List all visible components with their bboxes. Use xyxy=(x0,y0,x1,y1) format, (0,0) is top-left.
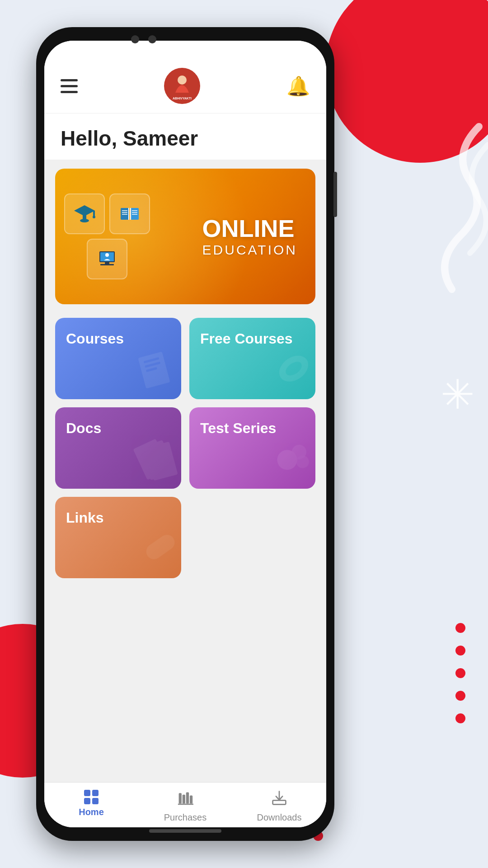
nav-downloads-item[interactable]: Downloads xyxy=(232,790,326,823)
greeting-section: Hello, Sameer xyxy=(44,113,326,160)
test-series-card-icon xyxy=(263,428,315,489)
nav-downloads-label: Downloads xyxy=(257,812,302,823)
phone-camera xyxy=(131,35,156,43)
nav-home-item[interactable]: Home xyxy=(44,790,138,823)
snowflake-decoration: ✳ xyxy=(441,371,474,418)
svg-rect-42 xyxy=(273,800,286,804)
svg-rect-6 xyxy=(93,211,95,216)
svg-rect-39 xyxy=(186,792,189,803)
test-series-card-label: Test Series xyxy=(200,420,305,437)
nav-purchases-label: Purchases xyxy=(164,812,207,823)
bg-swirl-decoration xyxy=(416,118,488,298)
links-card-label: Links xyxy=(66,509,170,526)
svg-rect-8 xyxy=(121,208,129,220)
downloads-icon xyxy=(271,790,287,810)
courses-card[interactable]: Courses xyxy=(55,318,181,399)
promo-banner: ONLINE EDUCATION xyxy=(55,169,315,304)
svg-rect-21 xyxy=(105,262,109,264)
svg-rect-22 xyxy=(100,264,114,265)
links-card-icon xyxy=(129,517,181,578)
nav-purchases-item[interactable]: Purchases xyxy=(138,790,232,823)
svg-rect-41 xyxy=(178,804,193,805)
banner-main-title: ONLINE xyxy=(202,215,297,242)
greeting-text: Hello, Sameer xyxy=(61,127,198,150)
svg-rect-37 xyxy=(179,793,182,803)
nav-home-label: Home xyxy=(79,807,104,817)
main-scroll-area: ONLINE EDUCATION Courses xyxy=(44,160,326,782)
home-grid-cell-4 xyxy=(92,798,99,804)
test-series-card[interactable]: Test Series xyxy=(189,407,315,489)
home-grid-icon xyxy=(84,790,99,804)
svg-text:ABHIVYAKTI: ABHIVYAKTI xyxy=(173,97,192,100)
home-grid-cell-3 xyxy=(84,798,90,804)
phone-frame: ABHIVYAKTI 🔔 Hello, Sameer xyxy=(36,27,334,841)
category-cards-grid: Courses Free Courses xyxy=(44,313,326,587)
hamburger-menu-button[interactable] xyxy=(61,79,78,93)
banner-icons-grid xyxy=(64,193,150,279)
links-card[interactable]: Links xyxy=(55,497,181,578)
bottom-navigation: Home Purchases xyxy=(44,782,326,827)
hamburger-line-1 xyxy=(61,79,78,81)
hamburger-line-3 xyxy=(61,91,78,93)
docs-card-label: Docs xyxy=(66,420,170,437)
hamburger-line-2 xyxy=(61,85,78,87)
svg-point-5 xyxy=(80,219,89,222)
free-courses-card-label: Free Courses xyxy=(200,330,305,347)
svg-point-1 xyxy=(178,75,187,85)
home-grid-cell-2 xyxy=(92,790,99,796)
docs-card[interactable]: Docs xyxy=(55,407,181,489)
phone-screen: ABHIVYAKTI 🔔 Hello, Sameer xyxy=(44,41,326,827)
app-header: ABHIVYAKTI 🔔 xyxy=(44,41,326,113)
purchases-icon xyxy=(177,790,193,810)
svg-rect-40 xyxy=(190,796,192,804)
banner-text-area: ONLINE EDUCATION xyxy=(202,215,315,257)
home-grid-cell-1 xyxy=(84,790,90,796)
svg-rect-9 xyxy=(131,208,139,220)
app-logo[interactable]: ABHIVYAKTI xyxy=(164,68,200,104)
svg-point-20 xyxy=(105,253,109,257)
phone-bottom-bar xyxy=(149,829,221,833)
courses-card-icon xyxy=(129,338,181,399)
free-courses-card-icon xyxy=(263,338,315,399)
banner-computer-icon xyxy=(87,239,127,279)
banner-sub-title: EDUCATION xyxy=(202,242,297,258)
banner-graduation-icon xyxy=(64,193,105,234)
phone-side-button xyxy=(333,172,337,217)
docs-card-icon xyxy=(129,428,181,489)
home-icon xyxy=(84,790,99,804)
svg-rect-38 xyxy=(183,795,185,804)
banner-book-icon xyxy=(109,193,150,234)
svg-point-7 xyxy=(93,216,95,218)
courses-card-label: Courses xyxy=(66,330,170,347)
app-content: ABHIVYAKTI 🔔 Hello, Sameer xyxy=(44,41,326,827)
free-courses-card[interactable]: Free Courses xyxy=(189,318,315,399)
dots-decoration-right xyxy=(455,623,465,723)
notification-bell-icon[interactable]: 🔔 xyxy=(286,75,310,97)
